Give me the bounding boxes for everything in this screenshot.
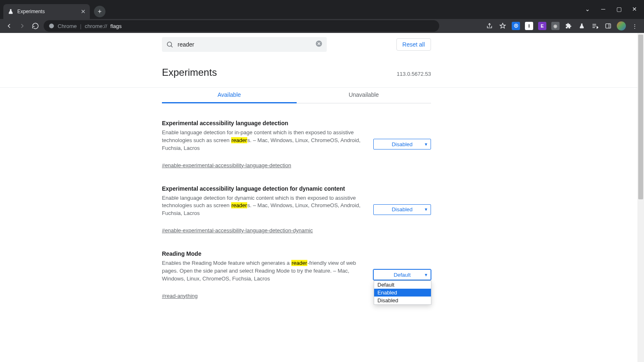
search-highlight: reader xyxy=(231,137,248,143)
flag-title: Reading Mode xyxy=(162,250,364,257)
minimize-icon[interactable]: ─ xyxy=(596,3,610,15)
forward-icon[interactable] xyxy=(17,21,27,31)
url-scheme: chrome:// xyxy=(85,23,107,29)
reload-icon[interactable] xyxy=(30,21,40,31)
extensions-puzzle-icon[interactable] xyxy=(563,21,574,31)
flag-permalink[interactable]: #read-anything xyxy=(162,293,198,299)
tab-available[interactable]: Available xyxy=(162,87,297,103)
select-option[interactable]: Enabled xyxy=(374,289,431,297)
svg-rect-1 xyxy=(606,24,611,28)
extension-icon[interactable]: I xyxy=(524,21,534,31)
flag-select-value: Disabled xyxy=(392,206,413,213)
chevron-down-icon[interactable]: ⌄ xyxy=(581,3,595,15)
url-chip: Chrome xyxy=(58,23,77,29)
tabs: Available Unavailable xyxy=(162,87,431,103)
extension-icon[interactable]: ◉ xyxy=(550,21,561,31)
back-icon[interactable] xyxy=(4,21,14,31)
extension-icon[interactable]: ⦿ xyxy=(511,21,521,31)
flag-description: Enables the Reading Mode feature which g… xyxy=(162,259,364,283)
flag-title: Experimental accessibility language dete… xyxy=(162,120,364,126)
select-option[interactable]: Default xyxy=(374,281,431,289)
flag-select-value: Disabled xyxy=(392,141,413,147)
flag-title: Experimental accessibility language dete… xyxy=(162,185,364,192)
flag-select-dropdown: DefaultEnabledDisabled xyxy=(374,280,431,305)
tab-title: Experiments xyxy=(17,9,45,14)
sidepanel-icon[interactable] xyxy=(603,21,614,31)
search-icon xyxy=(166,41,173,48)
chevron-down-icon: ▼ xyxy=(424,142,428,147)
tab-unavailable[interactable]: Unavailable xyxy=(297,87,431,103)
page-title: Experiments xyxy=(162,67,217,78)
playlist-icon[interactable] xyxy=(590,21,600,31)
header-divider xyxy=(0,87,644,88)
flag-description: Enable language detection for in-page co… xyxy=(162,129,364,152)
bookmark-star-icon[interactable] xyxy=(497,21,508,31)
chevron-down-icon: ▼ xyxy=(424,273,428,277)
search-input[interactable] xyxy=(178,41,311,48)
flag-permalink[interactable]: #enable-experimental-accessibility-langu… xyxy=(162,227,313,234)
search-highlight: reader xyxy=(291,260,308,266)
search-box[interactable] xyxy=(162,37,327,52)
scrollbar-thumb[interactable] xyxy=(638,35,643,199)
close-tab-icon[interactable]: ✕ xyxy=(81,8,86,15)
share-icon[interactable] xyxy=(484,21,495,31)
extension-icon[interactable]: E xyxy=(537,21,548,31)
profile-avatar[interactable] xyxy=(616,21,627,31)
page-content: Reset all Experiments 113.0.5672.53 Avai… xyxy=(0,33,644,362)
flask-icon xyxy=(7,8,14,15)
flag-row: Reading ModeEnables the Reading Mode fea… xyxy=(162,250,431,299)
browser-tab[interactable]: Experiments ✕ xyxy=(3,4,90,19)
flag-description: Enable language detection for dynamic co… xyxy=(162,194,364,218)
kebab-menu-icon[interactable]: ⋮ xyxy=(629,21,640,31)
flag-select[interactable]: Default▼DefaultEnabledDisabled xyxy=(373,269,431,280)
version-text: 113.0.5672.53 xyxy=(397,71,431,77)
svg-point-2 xyxy=(167,42,172,47)
svg-point-0 xyxy=(49,23,54,28)
clear-search-icon[interactable] xyxy=(315,40,323,49)
maximize-icon[interactable]: ▢ xyxy=(612,3,626,15)
browser-toolbar: Chrome | chrome://flags ⦿ I E ◉ ⋮ xyxy=(0,19,644,33)
chrome-icon xyxy=(49,23,54,29)
search-highlight: reader xyxy=(231,202,248,208)
flag-select[interactable]: Disabled▼ xyxy=(373,204,431,215)
flag-permalink[interactable]: #enable-experimental-accessibility-langu… xyxy=(162,162,291,168)
address-bar[interactable]: Chrome | chrome://flags xyxy=(44,20,439,32)
url-path: flags xyxy=(110,23,122,29)
labs-flask-icon[interactable] xyxy=(576,21,587,31)
chevron-down-icon: ▼ xyxy=(424,207,428,212)
reset-all-button[interactable]: Reset all xyxy=(396,38,431,51)
flag-row: Experimental accessibility language dete… xyxy=(162,185,431,234)
flag-select[interactable]: Disabled▼ xyxy=(373,139,431,149)
new-tab-button[interactable]: + xyxy=(94,6,105,17)
flag-row: Experimental accessibility language dete… xyxy=(162,120,431,169)
toolbar-right: ⦿ I E ◉ ⋮ xyxy=(484,21,640,31)
flag-select-value: Default xyxy=(393,272,410,278)
browser-titlebar: Experiments ✕ + ⌄ ─ ▢ ✕ xyxy=(0,0,644,19)
select-option[interactable]: Disabled xyxy=(374,297,431,304)
close-window-icon[interactable]: ✕ xyxy=(628,3,642,15)
